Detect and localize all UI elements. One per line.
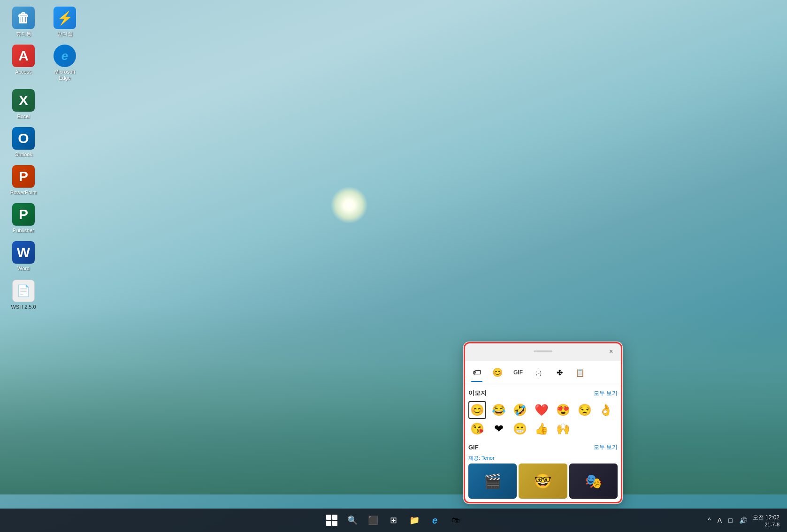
task-view-icon: ⬛ — [368, 515, 378, 525]
emoji-tab-icon: 😊 — [492, 367, 503, 378]
icon-access[interactable]: A Access — [5, 43, 42, 83]
win-square-bl — [326, 521, 331, 526]
access-icon-img: A — [12, 45, 35, 67]
clock-time: 오전 12:02 — [753, 514, 779, 522]
powerpoint-label: PowerPoint — [10, 190, 37, 196]
emoji-thumbsup[interactable]: 👍 — [533, 420, 550, 438]
powerpoint-icon-img: P — [12, 165, 35, 188]
tab-kaomoji[interactable]: ;-) — [529, 364, 548, 381]
gif-item-2[interactable]: 🤓 — [519, 464, 567, 499]
close-button[interactable]: × — [605, 346, 617, 357]
emoji-heart[interactable]: ❤️ — [533, 401, 550, 419]
excel-icon-img: X — [12, 89, 35, 112]
icon-row-4: O Outlook — [5, 125, 84, 160]
emoji-panel: × 🏷 😊 GIF ;-) ✤ 📋 — [463, 342, 623, 504]
task-view-button[interactable]: ⬛ — [364, 511, 382, 530]
emoji-expressionless[interactable]: 😒 — [576, 401, 594, 419]
tray-display-icon[interactable]: □ — [726, 515, 734, 526]
tab-emoji[interactable]: 😊 — [488, 364, 507, 381]
gif-section-title: GIF — [468, 444, 479, 451]
gif-grid: 🎬 🤓 🎭 — [468, 464, 618, 499]
win-square-tr — [332, 515, 337, 520]
icon-row-5: P PowerPoint — [5, 163, 84, 198]
system-clock[interactable]: 오전 12:02 21-7-8 — [753, 514, 779, 527]
icon-excel[interactable]: X Excel — [5, 87, 42, 122]
clock-date: 21-7-8 — [753, 522, 779, 527]
store-icon: 🛍 — [451, 516, 460, 525]
icon-edge[interactable]: e MicrosoftEdge — [46, 43, 84, 83]
emoji-heart-eyes[interactable]: 😍 — [554, 401, 572, 419]
word-icon-img: W — [12, 241, 35, 264]
icon-publisher[interactable]: P Publisher — [5, 201, 42, 236]
emoji-joy[interactable]: 😂 — [490, 401, 508, 419]
access-label: Access — [15, 69, 31, 75]
widgets-icon: ⊞ — [390, 515, 397, 525]
system-tray: ^ A □ 🔊 — [706, 515, 749, 526]
taskbar: 🔍 ⬛ ⊞ 📁 e 🛍 ^ — [0, 509, 787, 532]
widgets-button[interactable]: ⊞ — [384, 511, 403, 530]
icon-row-8: 📄 WSH 2.5.0 — [5, 278, 84, 312]
file-explorer-icon: 📁 — [409, 515, 420, 525]
desktop: 🗑 휴지통 ⚡ 반디쉘 A Access e MicrosoftEdge X E… — [0, 0, 787, 532]
panel-titlebar: × — [464, 342, 622, 361]
wsh-label: WSH 2.5.0 — [11, 304, 36, 310]
icon-wsh[interactable]: 📄 WSH 2.5.0 — [5, 278, 42, 312]
tray-volume-icon[interactable]: 🔊 — [737, 515, 749, 526]
gif-item-3[interactable]: 🎭 — [569, 464, 618, 499]
start-button[interactable] — [322, 511, 341, 530]
win-square-br — [332, 521, 337, 526]
gif-see-all[interactable]: 모두 보기 — [594, 443, 618, 451]
outlook-label: Outlook — [15, 152, 32, 158]
panel-content: 이모지 모두 보기 😊 😂 🤣 ❤️ 😍 😒 👌 😘 ❤ 😁 👍 🙌 — [464, 384, 622, 503]
tray-chevron-icon[interactable]: ^ — [706, 515, 713, 526]
edge-icon-img: e — [53, 45, 76, 67]
icon-outlook[interactable]: O Outlook — [5, 125, 42, 160]
store-button[interactable]: 🛍 — [446, 511, 465, 530]
search-icon: 🔍 — [347, 515, 358, 525]
outlook-icon-img: O — [12, 127, 35, 150]
bandishell-icon-img: ⚡ — [53, 7, 76, 29]
icon-row-3: X Excel — [5, 87, 84, 122]
gif-provider: 제공: Tenor — [468, 455, 495, 461]
word-label: Word — [17, 266, 30, 272]
tab-recent[interactable]: 🏷 — [467, 364, 486, 381]
emoji-heavy-heart[interactable]: ❤ — [490, 420, 508, 438]
emoji-ok-hand[interactable]: 👌 — [597, 401, 615, 419]
windows-logo-icon — [323, 512, 340, 529]
landscape-decoration — [0, 307, 787, 494]
emoji-section-title: 이모지 — [468, 389, 487, 397]
wsh-icon-img: 📄 — [12, 280, 35, 302]
emoji-see-all[interactable]: 모두 보기 — [594, 389, 618, 397]
icon-row-2: A Access e MicrosoftEdge — [5, 43, 84, 83]
icon-recycle[interactable]: 🗑 휴지통 — [5, 5, 42, 39]
clipboard-tab-icon: 📋 — [575, 368, 585, 377]
gif-item-1[interactable]: 🎬 — [468, 464, 517, 499]
recycle-icon-img: 🗑 — [12, 7, 35, 29]
emoji-rofl[interactable]: 🤣 — [511, 401, 529, 419]
panel-tabs: 🏷 😊 GIF ;-) ✤ 📋 — [464, 361, 622, 384]
icon-powerpoint[interactable]: P PowerPoint — [5, 163, 42, 198]
emoji-raising-hands[interactable]: 🙌 — [554, 420, 572, 438]
bandishell-label: 반디쉘 — [57, 31, 73, 37]
desktop-icons-container: 🗑 휴지통 ⚡ 반디쉘 A Access e MicrosoftEdge X E… — [5, 5, 84, 312]
emoji-kissing-heart[interactable]: 😘 — [468, 420, 486, 438]
tray-font-icon[interactable]: A — [716, 515, 724, 526]
publisher-label: Publisher — [13, 228, 34, 234]
publisher-icon-img: P — [12, 203, 35, 226]
tab-gif[interactable]: GIF — [509, 364, 527, 381]
file-explorer-button[interactable]: 📁 — [405, 511, 424, 530]
drag-handle[interactable] — [534, 350, 552, 352]
icon-word[interactable]: W Word — [5, 239, 42, 274]
tab-symbols[interactable]: ✤ — [550, 364, 569, 381]
icon-bandishell[interactable]: ⚡ 반디쉘 — [46, 5, 84, 39]
edge-taskbar-button[interactable]: e — [426, 511, 444, 530]
emoji-smiling-face[interactable]: 😊 — [468, 401, 486, 419]
emoji-grin[interactable]: 😁 — [511, 420, 529, 438]
search-button[interactable]: 🔍 — [343, 511, 362, 530]
sun-decoration — [330, 186, 368, 224]
tab-clipboard[interactable]: 📋 — [571, 364, 589, 381]
icon-row-7: W Word — [5, 239, 84, 274]
edge-label: MicrosoftEdge — [54, 69, 76, 81]
recent-tab-icon: 🏷 — [473, 368, 481, 378]
gif-section: GIF 모두 보기 제공: Tenor 🎬 🤓 🎭 — [468, 443, 618, 499]
